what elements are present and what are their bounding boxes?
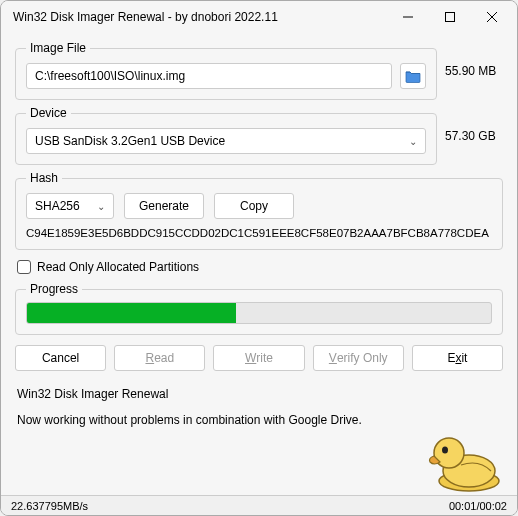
verify-button[interactable]: Verify Only [313, 345, 404, 371]
image-file-group: Image File [15, 41, 437, 100]
window-title: Win32 Disk Imager Renewal - by dnobori 2… [13, 10, 387, 24]
verify-label-suffix: erify Only [337, 351, 388, 365]
write-button[interactable]: Write [213, 345, 304, 371]
app-window: Win32 Disk Imager Renewal - by dnobori 2… [0, 0, 518, 516]
minimize-button[interactable] [387, 3, 429, 31]
hash-algo-select[interactable]: SHA256 ⌄ [26, 193, 114, 219]
statusbar: 22.637795MB/s 00:01/00:02 [1, 495, 517, 515]
chevron-down-icon: ⌄ [409, 136, 417, 147]
hash-legend: Hash [26, 171, 62, 185]
hash-group: Hash SHA256 ⌄ Generate Copy C94E1859E3E5… [15, 171, 503, 250]
content-area: Image File 55.90 MB Device [1, 33, 517, 495]
device-group: Device USB SanDisk 3.2Gen1 USB Device ⌄ [15, 106, 437, 165]
progress-fill [27, 303, 236, 323]
footer-title: Win32 Disk Imager Renewal [17, 387, 503, 401]
browse-button[interactable] [400, 63, 426, 89]
progress-legend: Progress [26, 282, 82, 296]
close-button[interactable] [471, 3, 513, 31]
exit-button[interactable]: Exit [412, 345, 503, 371]
device-legend: Device [26, 106, 71, 120]
image-size-label: 55.90 MB [445, 64, 503, 78]
cancel-button[interactable]: Cancel [15, 345, 106, 371]
progress-bar [26, 302, 492, 324]
device-selected: USB SanDisk 3.2Gen1 USB Device [35, 134, 225, 148]
read-only-checkbox-row[interactable]: Read Only Allocated Partitions [17, 260, 503, 274]
read-only-checkbox[interactable] [17, 260, 31, 274]
copy-button[interactable]: Copy [214, 193, 294, 219]
duck-icon [421, 423, 507, 493]
write-label-suffix: rite [256, 351, 273, 365]
titlebar: Win32 Disk Imager Renewal - by dnobori 2… [1, 1, 517, 33]
maximize-button[interactable] [429, 3, 471, 31]
svg-rect-1 [446, 13, 455, 22]
action-row: Cancel Read Write Verify Only Exit [15, 345, 503, 371]
hash-algo-value: SHA256 [35, 199, 80, 213]
image-file-legend: Image File [26, 41, 90, 55]
progress-group: Progress [15, 282, 503, 335]
status-speed: 22.637795MB/s [11, 500, 449, 512]
read-label-suffix: ead [154, 351, 174, 365]
status-time: 00:01/00:02 [449, 500, 507, 512]
chevron-down-icon: ⌄ [97, 201, 105, 212]
device-select[interactable]: USB SanDisk 3.2Gen1 USB Device ⌄ [26, 128, 426, 154]
device-size-label: 57.30 GB [445, 129, 503, 143]
folder-icon [405, 69, 421, 83]
read-only-label: Read Only Allocated Partitions [37, 260, 199, 274]
svg-point-7 [442, 447, 448, 454]
generate-button[interactable]: Generate [124, 193, 204, 219]
hash-value: C94E1859E3E5D6BDDC915CCDD02DC1C591EEE8CF… [26, 227, 492, 239]
read-button[interactable]: Read [114, 345, 205, 371]
image-path-input[interactable] [26, 63, 392, 89]
